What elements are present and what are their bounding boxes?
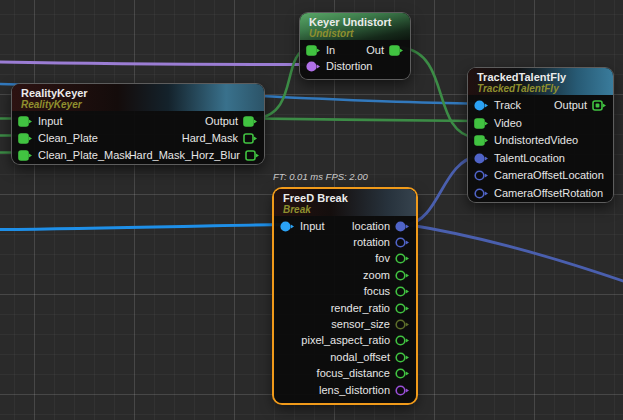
- port-label: focus_distance: [317, 368, 390, 379]
- port-label: nodal_offset: [330, 352, 390, 363]
- output-port-group: focus_distance: [317, 368, 410, 379]
- port-label: pixel_aspect_ratio: [301, 335, 390, 346]
- port-render-ratio-hollow[interactable]: [395, 303, 410, 314]
- port-label: sensor_size: [331, 319, 390, 330]
- node-header-freed-break[interactable]: FreeD BreakBreak: [274, 189, 416, 216]
- node-header-trackedtalentfly[interactable]: TrackedTalentFlyTrackedTalentFly: [468, 68, 613, 95]
- output-port-group: Hard_Mask_Horz_Blur: [129, 150, 258, 161]
- port-cameraoffsetlocation-hollow[interactable]: [474, 170, 489, 181]
- port-distortion-filled[interactable]: [306, 61, 321, 72]
- port-lens-distortion-hollow[interactable]: [395, 385, 410, 396]
- port-row: Distortion: [300, 59, 410, 76]
- port-label: Hard_Mask: [182, 133, 238, 144]
- node-freed-break[interactable]: FreeD BreakBreakInputlocationrotationfov…: [274, 189, 416, 403]
- port-rotation-hollow[interactable]: [395, 237, 410, 248]
- node-graph-canvas[interactable]: Keyer UndistortUndistortInOutDistortionR…: [0, 0, 623, 420]
- port-label: CameraOffsetLocation: [494, 170, 604, 181]
- port-out-filled[interactable]: [389, 45, 404, 56]
- port-clean-plate-filled[interactable]: [18, 133, 33, 144]
- wire-distortion-in[interactable]: [0, 62, 312, 65]
- wire-location-offscreen[interactable]: [407, 225, 623, 282]
- output-port-group: render_ratio: [331, 303, 410, 314]
- output-port-group: Hard_Mask: [182, 133, 258, 144]
- input-port-group: In: [306, 45, 335, 56]
- port-row: fov: [274, 251, 416, 267]
- port-nodal-offset-hollow[interactable]: [395, 352, 410, 363]
- port-row: nodal_offset: [274, 349, 416, 365]
- wire-output-video[interactable]: [256, 119, 476, 122]
- port-label: CameraOffsetRotation: [494, 188, 603, 199]
- input-port-group: Track: [474, 100, 521, 111]
- port-focus-distance-hollow[interactable]: [395, 368, 410, 379]
- node-body: InOutDistortion: [300, 40, 410, 78]
- port-talentlocation-filled[interactable]: [474, 153, 489, 164]
- input-port-group: Input: [280, 221, 324, 232]
- node-header-realitykeyer[interactable]: RealityKeyerRealityKeyer: [12, 84, 264, 111]
- node-body: Inputlocationrotationfovzoomfocusrender_…: [274, 216, 416, 401]
- input-port-group: TalentLocation: [474, 153, 565, 164]
- input-port-group: Clean_Plate_Mask: [18, 150, 129, 161]
- input-port-group: UndistortedVideo: [474, 135, 578, 146]
- port-cameraoffsetrotation-hollow[interactable]: [474, 188, 489, 199]
- port-label: Output: [205, 116, 238, 127]
- port-output-hollow[interactable]: [592, 100, 607, 111]
- port-label: Hard_Mask_Horz_Blur: [129, 150, 240, 161]
- port-row: pixel_aspect_ratio: [274, 333, 416, 349]
- output-port-group: sensor_size: [331, 319, 410, 330]
- wire-undistort-out-video[interactable]: [402, 48, 476, 139]
- port-row: Video: [468, 115, 613, 133]
- node-keyer-undistort[interactable]: Keyer UndistortUndistortInOutDistortion: [300, 13, 410, 79]
- port-row: InputOutput: [12, 113, 264, 130]
- node-header-keyer-undistort[interactable]: Keyer UndistortUndistort: [300, 13, 410, 40]
- node-body: TrackOutputVideoUndistortedVideoTalentLo…: [468, 95, 613, 202]
- port-label: rotation: [353, 237, 390, 248]
- port-video-filled[interactable]: [474, 118, 489, 129]
- port-hard-mask-horz-blur-hollow[interactable]: [245, 150, 260, 161]
- port-pixel-aspect-ratio-hollow[interactable]: [395, 335, 410, 346]
- port-label: lens_distortion: [319, 385, 390, 396]
- output-port-group: rotation: [353, 237, 410, 248]
- port-row: Clean_Plate_MaskHard_Mask_Horz_Blur: [12, 147, 264, 164]
- output-port-group: zoom: [363, 270, 410, 281]
- port-row: Clean_PlateHard_Mask: [12, 130, 264, 147]
- port-row: InOut: [300, 42, 410, 59]
- port-location-filled[interactable]: [395, 221, 410, 232]
- port-zoom-hollow[interactable]: [395, 270, 410, 281]
- port-row: CameraOffsetRotation: [468, 185, 613, 203]
- port-clean-plate-mask-filled[interactable]: [18, 150, 33, 161]
- port-input-filled[interactable]: [280, 221, 295, 232]
- port-label: zoom: [363, 270, 390, 281]
- port-focus-hollow[interactable]: [395, 286, 410, 297]
- node-realitykeyer[interactable]: RealityKeyerRealityKeyerInputOutputClean…: [12, 84, 264, 164]
- port-sensor-size-hollow[interactable]: [395, 319, 410, 330]
- node-title: FreeD Break: [283, 192, 407, 204]
- port-undistortedvideo-filled[interactable]: [474, 135, 489, 146]
- port-label: Output: [554, 100, 587, 111]
- port-label: In: [326, 45, 335, 56]
- port-label: Clean_Plate_Mask: [38, 150, 130, 161]
- node-title: RealityKeyer: [21, 87, 255, 99]
- node-trackedtalentfly[interactable]: TrackedTalentFlyTrackedTalentFlyTrackOut…: [468, 68, 613, 202]
- node-title: Keyer Undistort: [309, 16, 401, 28]
- port-label: Out: [366, 45, 384, 56]
- port-in-filled[interactable]: [306, 45, 321, 56]
- port-row: lens_distortion: [274, 382, 416, 398]
- port-row: sensor_size: [274, 316, 416, 332]
- input-port-group: Video: [474, 118, 522, 129]
- port-label: location: [352, 221, 390, 232]
- output-port-group: focus: [364, 286, 410, 297]
- port-row: zoom: [274, 267, 416, 283]
- node-title: TrackedTalentFly: [477, 71, 604, 83]
- output-port-group: pixel_aspect_ratio: [301, 335, 410, 346]
- output-port-group: lens_distortion: [319, 385, 410, 396]
- port-track-filled[interactable]: [474, 100, 489, 111]
- port-fov-hollow[interactable]: [395, 253, 410, 264]
- port-label: UndistortedVideo: [494, 135, 578, 146]
- port-label: Input: [38, 116, 62, 127]
- port-row: UndistortedVideo: [468, 132, 613, 150]
- port-output-filled[interactable]: [243, 116, 258, 127]
- port-input-filled[interactable]: [18, 116, 33, 127]
- port-label: render_ratio: [331, 303, 390, 314]
- port-hard-mask-hollow[interactable]: [243, 133, 258, 144]
- wire-freed-input[interactable]: [0, 225, 286, 230]
